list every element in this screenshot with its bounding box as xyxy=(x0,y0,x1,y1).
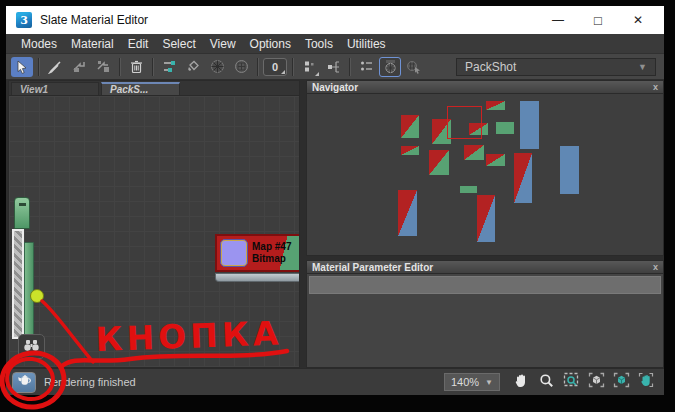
pick-material-button[interactable] xyxy=(44,57,66,77)
paint-bucket-icon xyxy=(186,60,200,73)
bitmap-node-header[interactable]: Map #47 Bitmap xyxy=(215,234,300,272)
menu-bar: ModesMaterialEditSelectViewOptionsToolsU… xyxy=(6,34,664,54)
put-material-icon xyxy=(72,60,87,73)
menu-tools[interactable]: Tools xyxy=(298,35,340,53)
tab-view1[interactable]: View1 xyxy=(11,82,99,95)
navigator-node-thumb-blue[interactable] xyxy=(520,101,539,149)
eyedropper-icon xyxy=(48,60,62,74)
zoom-level-dropdown[interactable]: 140% ▼ xyxy=(444,373,500,391)
menu-select[interactable]: Select xyxy=(155,35,202,53)
slate-material-editor-window: 3 Slate Material Editor — □ ✕ ModesMater… xyxy=(6,6,664,395)
zoom-region-icon xyxy=(563,372,580,392)
bitmap-node[interactable]: Map #47 Bitmap xyxy=(215,234,300,283)
navigator-node-thumb-green[interactable] xyxy=(460,186,477,193)
navigator-node-thumb-red-blue[interactable] xyxy=(398,190,417,236)
connection-socket-dot[interactable] xyxy=(30,289,44,303)
toolbar: 0 xyxy=(6,54,664,80)
material-selector-dropdown[interactable]: PackShot ▼ xyxy=(456,58,656,76)
stacked-dots-icon xyxy=(303,60,315,73)
checkered-sphere2-icon xyxy=(234,59,249,74)
navigator-node-thumb-red-green[interactable] xyxy=(429,150,449,175)
navigator-header[interactable]: Navigator x xyxy=(306,80,664,94)
bitmap-node-title: Map #47 xyxy=(252,241,291,253)
select-arrow-icon xyxy=(16,60,28,74)
pan-tool-button[interactable] xyxy=(511,372,531,392)
bitmap-node-subtitle: Bitmap xyxy=(252,253,291,265)
find-node-button[interactable] xyxy=(18,334,45,359)
navigator-minimap[interactable] xyxy=(306,94,664,256)
bitmap-node-footer xyxy=(215,273,300,282)
node-view-canvas[interactable]: Map #47 Bitmap xyxy=(8,95,300,368)
bitmap-thumbnail[interactable] xyxy=(220,239,248,267)
navigator-node-thumb-red-green[interactable] xyxy=(464,145,484,160)
material-preview-button[interactable] xyxy=(379,57,401,77)
render-preview-button[interactable] xyxy=(12,372,36,393)
delete-selected-button[interactable] xyxy=(125,57,147,77)
show-shaded-material-b-button[interactable] xyxy=(230,57,252,77)
close-button[interactable]: ✕ xyxy=(618,8,658,32)
navigator-node-thumb-red-green[interactable] xyxy=(401,146,419,155)
show-shaded-material-a-button[interactable] xyxy=(206,57,228,77)
menu-view[interactable]: View xyxy=(203,35,243,53)
menu-utilities[interactable]: Utilities xyxy=(340,35,393,53)
navigator-view-frame[interactable] xyxy=(447,106,482,139)
navigator-node-thumb-red-green[interactable] xyxy=(401,115,419,138)
copy-material-icon xyxy=(96,60,111,73)
parameter-editor-empty-rollout[interactable] xyxy=(309,276,661,294)
node-connector-icon xyxy=(161,60,177,74)
navigator-node-thumb-red-green[interactable] xyxy=(486,101,505,110)
navigator-node-thumb-red-blue[interactable] xyxy=(477,195,495,242)
parameter-editor-body xyxy=(306,274,664,368)
clipped-node-fragment[interactable] xyxy=(14,197,30,229)
view-panel: View1 PackS... xyxy=(8,80,300,368)
maximize-button[interactable]: □ xyxy=(578,8,618,32)
tab-packshot[interactable]: PackS... xyxy=(101,82,180,95)
zoom-extents-button[interactable] xyxy=(586,372,606,392)
parameter-editor-header[interactable]: Material Parameter Editor x xyxy=(306,260,664,274)
navigator-node-thumb-blue[interactable] xyxy=(560,146,579,194)
zoom-extents-icon xyxy=(588,372,605,392)
material-selector-value: PackShot xyxy=(465,60,516,74)
magnifier-icon xyxy=(539,373,554,392)
navigator-node-thumb-green[interactable] xyxy=(496,122,514,134)
pan-to-selected-button[interactable] xyxy=(636,372,656,392)
zoom-extents-selected-button[interactable] xyxy=(611,372,631,392)
move-children-button[interactable] xyxy=(158,57,180,77)
node-wire-icon xyxy=(326,60,341,74)
propagation-zero-button[interactable]: 0 xyxy=(263,58,287,76)
navigator-node-thumb-red-blue[interactable] xyxy=(514,153,532,203)
chevron-down-icon: ▼ xyxy=(638,62,647,72)
chevron-down-icon: ▼ xyxy=(485,378,493,387)
trash-icon xyxy=(130,60,143,74)
select-by-material-button[interactable] xyxy=(403,57,425,77)
show-end-result-button[interactable] xyxy=(298,57,320,77)
teapot-icon xyxy=(16,373,33,391)
status-bar: Rendering finished 140% ▼ xyxy=(6,368,664,395)
binoculars-icon xyxy=(23,338,40,356)
zoom-level-value: 140% xyxy=(451,376,479,388)
put-material-to-scene-button[interactable] xyxy=(68,57,90,77)
view-tabstrip: View1 PackS... xyxy=(8,80,300,95)
zoom-region-button[interactable] xyxy=(561,372,581,392)
window-title: Slate Material Editor xyxy=(40,13,148,27)
menu-modes[interactable]: Modes xyxy=(14,35,64,53)
clipped-node-body[interactable] xyxy=(12,229,24,339)
menu-edit[interactable]: Edit xyxy=(121,35,156,53)
checkered-sphere-icon xyxy=(210,59,225,74)
select-tool-button[interactable] xyxy=(11,57,33,77)
menu-material[interactable]: Material xyxy=(64,35,121,53)
navigator-node-thumb-red-green[interactable] xyxy=(486,154,505,166)
flyout-corner-icon xyxy=(281,70,285,74)
parameter-editor-close-icon[interactable]: x xyxy=(653,262,658,272)
navigator-close-icon[interactable]: x xyxy=(653,82,658,92)
layout-children-button[interactable] xyxy=(322,57,344,77)
assign-material-button[interactable] xyxy=(182,57,204,77)
menu-options[interactable]: Options xyxy=(243,35,298,53)
right-column: Navigator x Material Parameter Editor x xyxy=(306,80,664,368)
teal-hand-icon xyxy=(638,372,654,392)
zoom-tool-button[interactable] xyxy=(536,372,556,392)
screenshot-stage: 3 Slate Material Editor — □ ✕ ModesMater… xyxy=(0,0,675,412)
layout-all-button[interactable] xyxy=(355,57,377,77)
make-material-copy-button[interactable] xyxy=(92,57,114,77)
minimize-button[interactable]: — xyxy=(538,8,578,32)
